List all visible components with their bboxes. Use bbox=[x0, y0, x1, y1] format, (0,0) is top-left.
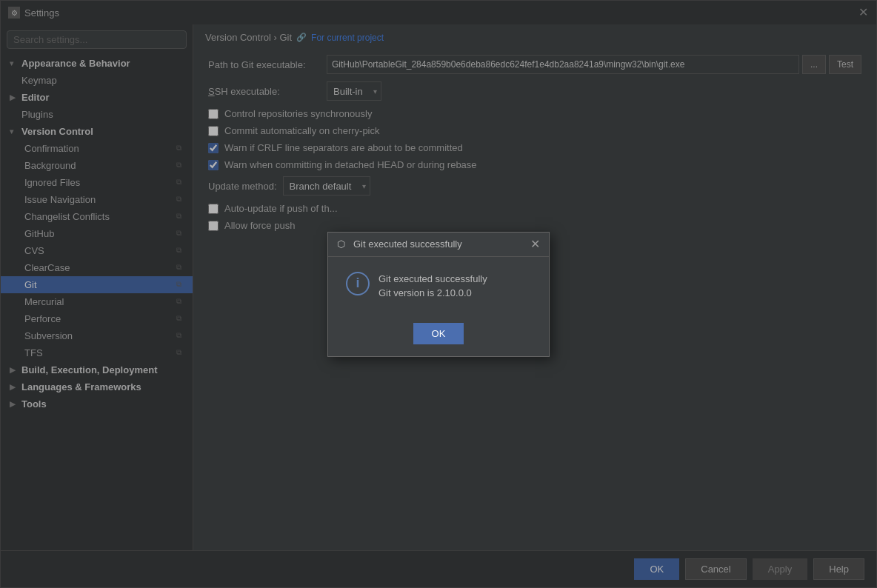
modal-title: Git executed successfully bbox=[353, 238, 462, 250]
git-icon: ⬡ bbox=[337, 238, 349, 250]
modal-dialog: ⬡ Git executed successfully ✕ i Git exec… bbox=[327, 232, 550, 357]
modal-ok-button[interactable]: OK bbox=[413, 323, 464, 344]
modal-message: Git executed successfully Git version is… bbox=[379, 272, 487, 301]
modal-body: i Git executed successfully Git version … bbox=[328, 257, 549, 315]
modal-footer: OK bbox=[328, 315, 549, 356]
modal-close-button[interactable]: ✕ bbox=[530, 238, 540, 250]
modal-titlebar: ⬡ Git executed successfully ✕ bbox=[328, 233, 549, 257]
modal-overlay: ⬡ Git executed successfully ✕ i Git exec… bbox=[0, 0, 877, 588]
info-icon: i bbox=[346, 272, 370, 295]
